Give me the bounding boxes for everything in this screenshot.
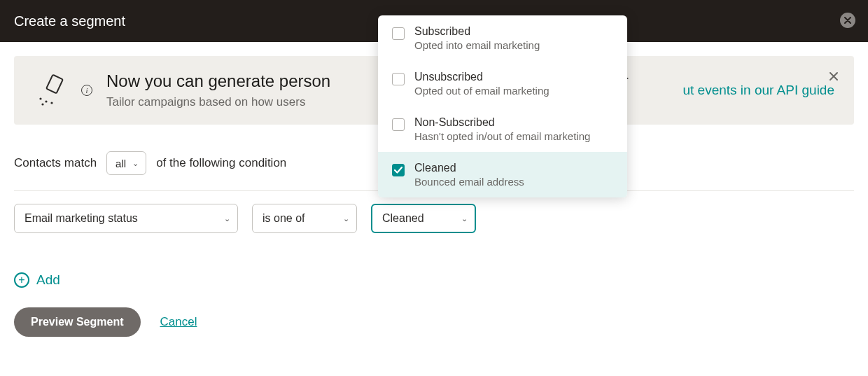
chevron-down-icon: ⌄ [132,159,139,168]
checkbox-icon [392,164,405,176]
svg-point-4 [41,103,43,105]
value-dropdown-popover: SubscribedOpted into email marketingUnsu… [378,15,627,197]
option-title: Non-Subscribed [414,116,590,129]
svg-rect-0 [46,75,63,94]
chevron-down-icon: ⌄ [224,214,230,223]
condition-field-select[interactable]: Email marketing status ⌄ [14,204,238,233]
svg-point-2 [45,100,47,102]
banner-illustration-icon [34,74,67,107]
condition-row: Email marketing status ⌄ is one of ⌄ Cle… [14,204,854,233]
option-description: Hasn't opted in/out of email marketing [414,130,590,142]
info-icon: i [81,85,92,96]
option-title: Subscribed [414,25,540,38]
dropdown-option[interactable]: CleanedBounced email address [378,152,627,197]
footer-actions: Preview Segment Cancel [14,307,854,337]
option-description: Bounced email address [414,176,524,188]
condition-operator-select[interactable]: is one of ⌄ [252,204,357,233]
plus-circle-icon: + [14,272,29,288]
checkbox-icon [392,118,405,131]
match-label-right: of the following condition [156,156,286,170]
option-description: Opted into email marketing [414,39,540,51]
dropdown-option[interactable]: Non-SubscribedHasn't opted in/out of ema… [378,106,627,152]
preview-segment-button[interactable]: Preview Segment [14,307,141,337]
banner-link[interactable]: ut events in our API guide [682,83,834,98]
close-icon[interactable] [840,13,855,28]
dropdown-option[interactable]: UnsubscribedOpted out of email marketing [378,61,627,106]
dismiss-banner-icon[interactable] [826,69,841,84]
svg-point-3 [50,102,52,104]
modal-title: Create a segment [14,13,125,29]
dropdown-option[interactable]: SubscribedOpted into email marketing [378,15,627,61]
add-condition-button[interactable]: + Add [14,272,60,288]
option-title: Unsubscribed [414,71,550,83]
chevron-down-icon: ⌄ [461,214,468,223]
chevron-down-icon: ⌄ [343,214,349,223]
match-scope-select[interactable]: all ⌄ [106,151,146,175]
cancel-button[interactable]: Cancel [160,315,197,329]
match-label-left: Contacts match [14,156,97,170]
checkbox-icon [392,73,405,85]
option-description: Opted out of email marketing [414,85,550,97]
option-title: Cleaned [414,162,524,174]
checkbox-icon [392,27,405,40]
condition-value-select[interactable]: Cleaned ⌄ [371,204,476,233]
svg-point-1 [39,97,41,99]
